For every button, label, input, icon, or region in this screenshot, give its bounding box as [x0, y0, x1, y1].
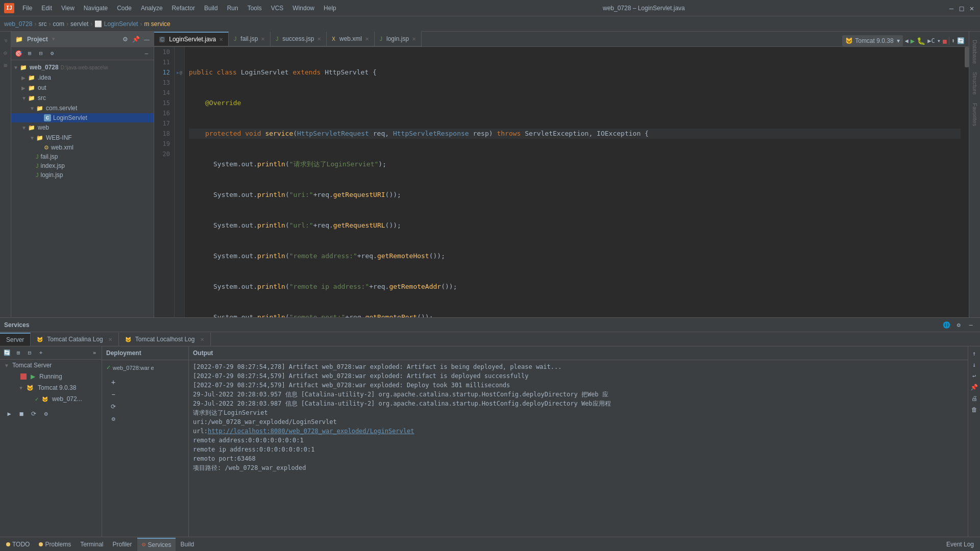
svc-reload-action[interactable]: ⟳: [29, 409, 39, 419]
tab-loginjsp[interactable]: J login.jsp ✕: [375, 32, 422, 46]
sidebar-favorites[interactable]: Favorites: [971, 99, 979, 130]
menu-refactor[interactable]: Refactor: [168, 4, 199, 13]
deploy-reload-icon[interactable]: ⟳: [108, 402, 118, 412]
services-minimize-icon[interactable]: —: [966, 320, 976, 330]
svc-expand-icon[interactable]: ⊞: [13, 348, 23, 358]
svc-tree-running[interactable]: ▶ Running: [0, 371, 102, 382]
output-url-link[interactable]: http://localhost:8080/web_0728_war_explo…: [208, 428, 414, 435]
tab-webxml[interactable]: X web.xml ✕: [327, 32, 375, 46]
output-wrap-icon[interactable]: ↩: [969, 371, 979, 381]
svc-add-icon[interactable]: +: [36, 348, 46, 358]
back-nav-icon[interactable]: ◀: [905, 37, 909, 44]
svc-tab-localhost[interactable]: 🐱 Tomcat Localhost Log ✕: [119, 333, 211, 346]
svc-tree-tomcat938[interactable]: ▼ 🐱 Tomcat 9.0.38: [0, 382, 102, 393]
tab-loginjsp-close[interactable]: ✕: [412, 36, 416, 42]
project-close-icon[interactable]: —: [144, 36, 150, 42]
tree-loginservlet[interactable]: C LoginServlet: [11, 113, 154, 122]
output-print-icon[interactable]: 🖨: [969, 393, 979, 404]
bottom-tab-profiler[interactable]: Profiler: [109, 538, 136, 551]
sidebar-icon-3[interactable]: ≡: [1, 60, 11, 70]
project-pin-icon[interactable]: 📌: [132, 36, 140, 43]
bottom-tab-build[interactable]: Build: [177, 538, 199, 551]
run-config-button[interactable]: 🐱 Tomcat 9.0.38 ▾: [842, 35, 902, 46]
output-scroll-down[interactable]: ↓: [969, 360, 979, 370]
output-pin-icon[interactable]: 📌: [969, 382, 979, 392]
toolbar-expand-icon[interactable]: ⊞: [24, 48, 35, 59]
svc-collapse-icon[interactable]: ⊟: [24, 348, 35, 358]
tab-failjsp-close[interactable]: ✕: [261, 36, 265, 42]
svc-tab-catalina[interactable]: 🐱 Tomcat Catalina Log ✕: [31, 333, 118, 346]
menu-edit[interactable]: Edit: [37, 4, 56, 13]
svc-tab-localhost-close[interactable]: ✕: [200, 337, 204, 342]
menu-analyze[interactable]: Analyze: [137, 4, 167, 13]
tab-failjsp[interactable]: J fail.jsp ✕: [229, 32, 271, 46]
tab-successjsp-close[interactable]: ✕: [317, 36, 321, 42]
run-button[interactable]: ▶: [911, 37, 915, 45]
tree-src[interactable]: ▼ 📁 src: [11, 93, 154, 103]
tree-idea[interactable]: ▶ 📁 .idea: [11, 72, 154, 83]
update-button[interactable]: 🔄: [957, 37, 965, 44]
tab-webxml-close[interactable]: ✕: [365, 36, 369, 42]
run-gutter-icon[interactable]: ▶: [177, 70, 179, 75]
tree-indexjsp[interactable]: J index.jsp: [11, 161, 154, 170]
bottom-tab-todo[interactable]: TODO: [2, 538, 34, 551]
run-with-coverage[interactable]: ▶C: [927, 37, 935, 44]
toolbar-settings-icon[interactable]: ⚙: [47, 48, 57, 59]
menu-file[interactable]: File: [18, 4, 36, 13]
bottom-tab-services[interactable]: ⚙ Services: [137, 538, 176, 551]
sidebar-icon-2[interactable]: ⊙: [1, 48, 11, 58]
svc-stop-action[interactable]: ■: [16, 409, 27, 419]
toolbar-hide-icon[interactable]: —: [141, 48, 152, 59]
tree-webinf[interactable]: ▼ 📁 WEB-INF: [11, 133, 154, 143]
services-globe-icon[interactable]: 🌐: [941, 320, 951, 330]
svc-tab-catalina-close[interactable]: ✕: [108, 337, 112, 342]
deploy-add-icon[interactable]: +: [108, 377, 118, 387]
svc-run-action[interactable]: ▶: [4, 409, 14, 419]
bottom-tab-problems[interactable]: Problems: [35, 538, 75, 551]
menu-code[interactable]: Code: [113, 4, 136, 13]
menu-navigate[interactable]: Navigate: [80, 4, 112, 13]
tab-loginservlet-close[interactable]: ✕: [219, 37, 223, 42]
run-dropdown[interactable]: ▾: [937, 37, 941, 44]
output-content[interactable]: [2022-07-29 08:27:54,278] Artifact web_0…: [189, 360, 968, 537]
breadcrumb-method[interactable]: m service: [144, 20, 170, 28]
services-settings-icon[interactable]: ⚙: [953, 320, 964, 330]
svc-refresh-icon[interactable]: 🔄: [2, 348, 12, 358]
tab-loginservlet[interactable]: C LoginServlet.java ✕: [154, 32, 229, 46]
menu-view[interactable]: View: [57, 4, 79, 13]
sidebar-project-icon[interactable]: P: [1, 36, 11, 46]
svc-tree-tomcatserver[interactable]: ▼ Tomcat Server: [0, 360, 102, 371]
menu-help[interactable]: Help: [320, 4, 340, 13]
breadcrumb-com[interactable]: com: [53, 20, 64, 28]
breadcrumb-src[interactable]: src: [38, 20, 46, 28]
tree-failjsp[interactable]: J fail.jsp: [11, 152, 154, 161]
breadcrumb-project[interactable]: web_0728: [4, 20, 32, 28]
deploy-remove-icon[interactable]: −: [108, 389, 118, 399]
output-clear-icon[interactable]: 🗑: [969, 405, 979, 415]
output-scroll-up[interactable]: ↑: [969, 348, 979, 359]
tree-loginjsp[interactable]: J login.jsp: [11, 170, 154, 180]
menu-vcs[interactable]: VCS: [267, 4, 288, 13]
deploy-settings-icon[interactable]: ⚙: [108, 414, 118, 424]
svc-tree-webapp[interactable]: ✓ 🐱 web_072...: [0, 393, 102, 405]
menu-window[interactable]: Window: [288, 4, 318, 13]
sidebar-database[interactable]: Database: [971, 36, 979, 68]
bottom-tab-eventlog[interactable]: Event Log: [942, 538, 978, 551]
svc-more-icon[interactable]: »: [89, 348, 100, 358]
maximize-button[interactable]: □: [958, 4, 966, 12]
bottom-tab-terminal[interactable]: Terminal: [76, 538, 107, 551]
close-button[interactable]: ✕: [968, 4, 976, 12]
tree-out[interactable]: ▶ 📁 out: [11, 83, 154, 93]
project-settings-icon[interactable]: ⚙: [122, 36, 128, 43]
editor-scrollbar[interactable]: [965, 47, 969, 317]
stop-button[interactable]: ■: [943, 37, 947, 45]
toolbar-locate-icon[interactable]: 🎯: [13, 48, 23, 59]
svc-more-actions[interactable]: ⚙: [41, 409, 51, 419]
tree-comservlet[interactable]: ▼ 📁 com.servlet: [11, 103, 154, 113]
breadcrumb-class[interactable]: ⬜ LoginServlet: [94, 20, 138, 28]
menu-run[interactable]: Run: [223, 4, 242, 13]
menu-build[interactable]: Build: [200, 4, 222, 13]
svc-tab-server[interactable]: Server: [0, 333, 31, 346]
tree-root[interactable]: ▼ 📁 web_0728 D:\java-web-space\w: [11, 62, 154, 72]
minimize-button[interactable]: —: [947, 4, 955, 12]
